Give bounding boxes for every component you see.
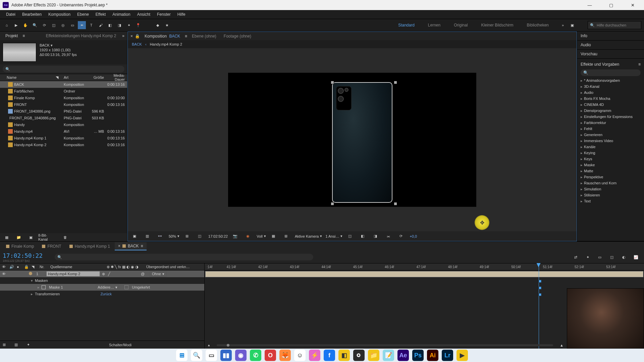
menu-ebene[interactable]: Ebene <box>74 11 92 18</box>
effects-category[interactable]: ▸CINEMA 4D <box>581 102 641 108</box>
taskbar-app-icon[interactable]: ✆ <box>250 350 261 361</box>
timeline-search-field[interactable]: 🔍 <box>55 254 313 260</box>
effects-category[interactable]: ▸Boris FX Mocha <box>581 96 641 102</box>
keyframe-marker[interactable] <box>539 280 541 283</box>
panel-menu-icon[interactable]: ≡ <box>22 34 25 38</box>
roi-icon[interactable]: ▦ <box>269 232 277 240</box>
project-item[interactable]: FRONTKomposition0:00:13:16 <box>0 101 127 108</box>
ruler-tick[interactable]: 50:14f <box>511 263 521 270</box>
ruler-tick[interactable]: 49:14f <box>480 263 489 270</box>
timeline-tab[interactable]: Handy.mp4 Komp 1 <box>66 243 113 250</box>
timeline-zoom-slider[interactable] <box>217 344 553 346</box>
eye-toggle[interactable]: 👁 <box>2 272 7 276</box>
schalter-modi-button[interactable]: Schalter/Modi <box>109 343 131 347</box>
project-item[interactable]: FRONT_1840886.pngPNG-Datei596 KB <box>0 108 127 115</box>
effects-category[interactable]: ▸3D-Kanal <box>581 83 641 89</box>
show-channel-icon[interactable]: ◉ <box>244 232 252 240</box>
hand-tool[interactable]: ✋ <box>21 21 30 29</box>
mask-mode-dropdown[interactable]: Addiere…▾ <box>96 285 119 290</box>
effects-category[interactable]: ▸Einstellungen für Expressions <box>581 114 641 120</box>
zoom-tool[interactable]: 🔍 <box>31 21 39 29</box>
toggle-switches-icon[interactable]: ⊞ <box>0 341 8 349</box>
timeline-track-area[interactable]: :14f41:14f42:14f43:14f44:14f45:14f46:14f… <box>205 263 644 349</box>
interpret-icon[interactable]: ▦ <box>3 233 11 241</box>
breadcrumb-root[interactable]: BACK <box>132 42 142 46</box>
rect-tool[interactable]: ▭ <box>68 21 76 29</box>
home-tool[interactable]: ⌂ <box>3 21 11 29</box>
effects-category[interactable]: ▸Stilisieren <box>581 192 641 198</box>
thumb-name[interactable]: BACK ▾ <box>40 43 77 48</box>
keyframe-marker[interactable] <box>539 293 541 296</box>
center-icon[interactable]: ⊞ <box>183 232 191 240</box>
erase-tool[interactable]: ◨ <box>115 21 123 29</box>
grid-icon[interactable]: ⊞ <box>282 232 290 240</box>
lock-icon[interactable]: 🔒 <box>135 34 140 39</box>
menu-fenster[interactable]: Fenster <box>154 11 174 18</box>
frame-blend-icon[interactable]: ◫ <box>608 253 616 261</box>
ruler-tick[interactable]: 51:14f <box>543 263 552 270</box>
workspace-standard[interactable]: Standard <box>398 23 415 27</box>
new-folder-icon[interactable]: 📁 <box>15 233 23 241</box>
breadcrumb-child[interactable]: Handy.mp4 Komp 2 <box>150 42 182 46</box>
taskbar-app-icon[interactable]: ☺ <box>294 350 306 361</box>
twirl-right-icon[interactable]: ▸ <box>31 292 33 296</box>
effects-category[interactable]: ▸Matte <box>581 168 641 174</box>
tab-menu-icon[interactable]: ≡ <box>141 244 143 248</box>
collapse-switch-icon[interactable]: ⊕ <box>102 272 105 276</box>
taskbar-app-icon[interactable]: ⚡ <box>309 350 320 361</box>
taskbar-app-icon[interactable]: 🔍 <box>191 350 202 361</box>
taskbar-app-icon[interactable]: Ps <box>412 350 424 361</box>
menu-effekt[interactable]: Effekt <box>92 11 109 18</box>
col-dur-header[interactable]: Media-Dauer <box>106 73 127 81</box>
taskbar-app-icon[interactable]: Ae <box>397 350 409 361</box>
eye-header-icon[interactable]: 👁 <box>2 265 7 269</box>
breadcrumb-arrow-icon[interactable]: ‹ <box>145 42 147 46</box>
menu-hilfe[interactable]: Hilfe <box>174 11 189 18</box>
effects-category[interactable]: ▸* Animationsvorgaben <box>581 77 641 83</box>
parent-header[interactable]: Übergeordnet und verkn… <box>146 265 202 269</box>
timeline-tab[interactable]: Finale Komp <box>3 243 37 250</box>
ruler-tick[interactable]: 47:14f <box>416 263 426 270</box>
effect-controls-tab[interactable]: Effekteinstellungen Handy.mp4 Komp 2 <box>43 32 119 40</box>
col-kind-header[interactable]: Art <box>64 75 89 79</box>
twirl-down-icon[interactable]: ▾ <box>31 279 33 283</box>
menu-komposition[interactable]: Komposition <box>45 11 74 18</box>
taskbar-app-icon[interactable]: f <box>324 350 335 361</box>
timeline-tab[interactable]: × BACK ≡ <box>115 242 147 250</box>
toggle-mask-icon[interactable]: 👓 <box>156 232 164 240</box>
col-tag-header[interactable]: ◥ <box>56 75 64 80</box>
puppet-tool[interactable]: 📍 <box>134 21 142 29</box>
mask-handle[interactable] <box>331 202 334 205</box>
render-queue-icon[interactable]: ▥ <box>12 341 20 349</box>
zoom-dropdown[interactable]: 50%▾ <box>169 234 179 238</box>
panel-overflow-icon[interactable]: » <box>122 34 124 38</box>
effects-category[interactable]: ▸Immersives Video <box>581 138 641 144</box>
taskbar-app-icon[interactable]: ◧ <box>338 350 350 361</box>
window-close-button[interactable]: ✕ <box>627 2 639 8</box>
exposure-value[interactable]: +0,0 <box>410 234 417 238</box>
ruler-tick[interactable]: 43:14f <box>290 263 299 270</box>
workspace-original[interactable]: Original <box>454 23 468 27</box>
audio-panel[interactable]: Audio <box>577 41 644 50</box>
taskbar-app-icon[interactable]: 🦊 <box>279 350 291 361</box>
info-panel[interactable]: Info <box>577 32 644 41</box>
layer-name[interactable]: Handy.mp4 Komp 2 <box>46 271 100 277</box>
project-tab[interactable]: Projekt <box>3 32 20 40</box>
pen-tool[interactable]: ✒ <box>78 21 86 29</box>
mask1-row[interactable]: ▸ Maske 1 Addiere…▾ Umgekehrt <box>0 284 204 291</box>
mask-handle[interactable] <box>331 81 334 84</box>
mask-handle[interactable] <box>394 81 397 84</box>
workspace-bibliotheken[interactable]: Bibliotheken <box>527 23 549 27</box>
project-item[interactable]: Finale KompKomposition0:00:10:00 <box>0 95 127 101</box>
effects-category[interactable]: ▸Perspektive <box>581 174 641 180</box>
menu-bearbeiten[interactable]: Bearbeiten <box>19 11 45 18</box>
col-size-header[interactable]: Größe <box>89 75 106 79</box>
speaker-header-icon[interactable]: 🔊 <box>9 265 14 269</box>
effects-category[interactable]: ▸Rauschen und Korn <box>581 180 641 186</box>
menu-animation[interactable]: Animation <box>109 11 133 18</box>
toggle-star-icon[interactable]: ★ <box>163 21 171 29</box>
comp-canvas[interactable] <box>228 73 476 207</box>
phone-footage[interactable] <box>332 82 392 203</box>
twirl-right-icon[interactable]: ▸ <box>38 285 40 290</box>
taskbar-app-icon[interactable]: Ai <box>427 350 438 361</box>
